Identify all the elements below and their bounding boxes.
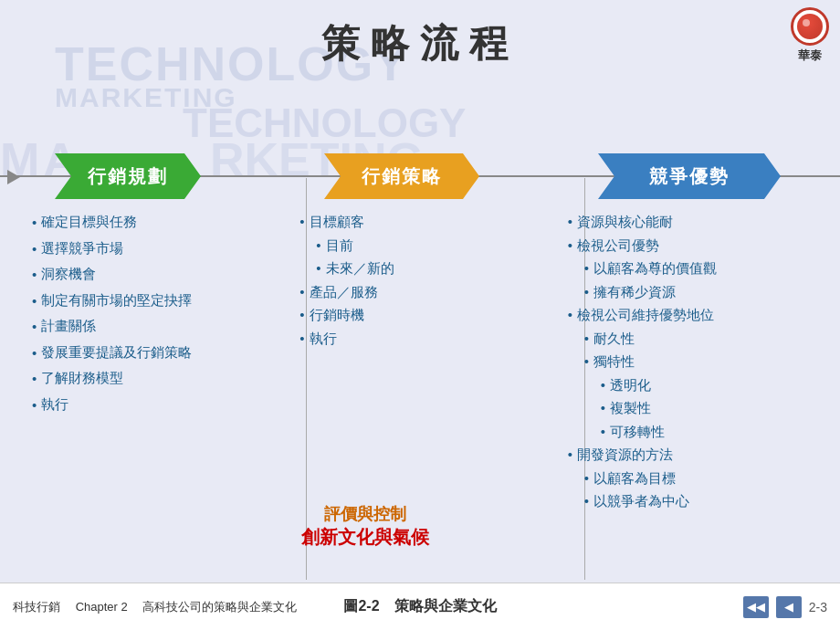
page-title: 策略流程 xyxy=(321,18,519,69)
bullet-icon: • xyxy=(32,341,37,365)
list-item: •計畫關係 xyxy=(32,314,272,339)
list-item-text: 行銷時機 xyxy=(310,307,364,322)
footer-chapter: Chapter 2 xyxy=(64,600,128,614)
bullet-icon: • xyxy=(32,367,37,391)
list-item: •了解財務模型 xyxy=(32,366,272,391)
bullet-icon: • xyxy=(299,284,304,299)
watermark-technology2: TECHNOLOGY xyxy=(183,100,466,146)
bullet-icon: • xyxy=(584,284,589,299)
logo-text: 華泰 xyxy=(798,47,822,64)
list-item-text: 以競爭者為中心 xyxy=(593,493,689,509)
bullet-icon: • xyxy=(32,394,37,417)
bullet-icon: • xyxy=(601,377,605,393)
bullet-icon: • xyxy=(584,470,589,486)
bullet-icon: • xyxy=(568,237,572,253)
bullet-icon: • xyxy=(601,400,605,415)
bullet-icon: • xyxy=(601,424,605,439)
bullet-icon: • xyxy=(568,307,572,322)
list-item: •執行 xyxy=(32,393,272,417)
list-item: •未來／新的 xyxy=(316,257,540,280)
bullet-icon: • xyxy=(316,260,320,276)
list-item-text: 資源與核心能耐 xyxy=(577,214,673,229)
bullet-icon: • xyxy=(299,307,304,322)
footer-figure: 圖2-2 策略與企業文化 xyxy=(343,597,496,616)
list-item-text: 獨特性 xyxy=(593,353,635,369)
arrow-icon xyxy=(7,170,20,184)
list-item: •目前 xyxy=(316,234,540,257)
nav-first-button[interactable]: ◀◀ xyxy=(743,596,769,618)
list-item: •目標顧客 xyxy=(299,210,540,234)
list-item: •選擇競爭市場 xyxy=(32,236,272,261)
banner-marketing-plan: 行銷規劃 xyxy=(55,153,201,199)
list-item-text: 檢視公司維持優勢地位 xyxy=(577,307,714,322)
innovation-label: 創新文化與氣候 xyxy=(301,525,429,550)
banner-right-label: 競爭優勢 xyxy=(649,164,730,189)
list-item-text: 未來／新的 xyxy=(326,260,394,276)
bullet-icon: • xyxy=(584,353,589,369)
list-item-text: 了解財務模型 xyxy=(41,366,123,390)
list-item: •執行 xyxy=(299,327,540,351)
list-item: •檢視公司維持優勢地位 xyxy=(568,303,808,327)
list-item-text: 產品／服務 xyxy=(310,284,378,299)
bullet-icon: • xyxy=(299,214,304,229)
content-area: •確定目標與任務•選擇競爭市場•洞察機會•制定有關市場的堅定抉擇•計畫關係•發展… xyxy=(0,205,840,580)
list-item-text: 選擇競爭市場 xyxy=(41,236,123,260)
list-item-text: 以顧客為尊的價值觀 xyxy=(593,260,717,276)
list-item-text: 發展重要提議及行銷策略 xyxy=(41,341,192,364)
banner-middle-label: 行銷策略 xyxy=(362,164,442,189)
footer-course: 科技行銷 xyxy=(13,600,60,614)
list-item-text: 洞察機會 xyxy=(41,262,96,286)
logo-circle xyxy=(791,7,829,46)
list-item: •檢視公司優勢 xyxy=(568,234,808,257)
footer-left: 科技行銷 Chapter 2 高科技公司的策略與企業文化 xyxy=(13,599,297,615)
list-item: •制定有關市場的堅定抉擇 xyxy=(32,289,272,313)
bullet-icon: • xyxy=(32,237,37,261)
bullet-icon: • xyxy=(316,237,320,253)
list-item-text: 計畫關係 xyxy=(41,314,96,338)
watermark-marketing1: MARKETING xyxy=(55,82,237,113)
list-item-text: 透明化 xyxy=(610,377,651,393)
list-item-text: 複製性 xyxy=(610,400,651,415)
list-item-text: 目前 xyxy=(326,237,353,253)
list-item-text: 確定目標與任務 xyxy=(41,210,137,234)
slide-number: 2-3 xyxy=(809,600,827,614)
bullet-icon: • xyxy=(568,446,572,462)
bullet-icon: • xyxy=(32,289,37,313)
col-left: •確定目標與任務•選擇競爭市場•洞察機會•制定有關市場的堅定抉擇•計畫關係•發展… xyxy=(18,205,286,580)
list-item: •確定目標與任務 xyxy=(32,210,272,235)
list-item-text: 可移轉性 xyxy=(610,424,665,439)
list-item: •洞察機會 xyxy=(32,262,272,287)
logo: 華泰 xyxy=(791,7,829,64)
list-item: •行銷時機 xyxy=(299,303,540,327)
list-item-text: 執行 xyxy=(310,331,337,346)
logo-icon xyxy=(797,14,823,39)
bullet-icon: • xyxy=(584,331,589,346)
bullet-icon: • xyxy=(568,214,572,229)
list-item: •可移轉性 xyxy=(601,420,808,444)
list-item: •資源與核心能耐 xyxy=(568,210,808,234)
list-item-text: 檢視公司優勢 xyxy=(577,237,659,253)
footer-subtitle: 高科技公司的策略與企業文化 xyxy=(131,600,297,614)
bullet-icon: • xyxy=(299,331,304,346)
banner-competitive: 競爭優勢 xyxy=(598,153,781,199)
list-item-text: 執行 xyxy=(41,393,68,416)
bullet-icon: • xyxy=(32,211,37,235)
list-item: •以競爭者為中心 xyxy=(584,489,808,513)
bullet-icon: • xyxy=(584,260,589,276)
eval-label: 評價與控制 xyxy=(324,503,406,525)
banner-left-label: 行銷規劃 xyxy=(88,164,168,189)
banner-marketing-strategy: 行銷策略 xyxy=(324,153,479,199)
list-item-text: 制定有關市場的堅定抉擇 xyxy=(41,289,192,312)
list-item-text: 以顧客為目標 xyxy=(593,470,676,486)
col-right: •資源與核心能耐•檢視公司優勢•以顧客為尊的價值觀•擁有稀少資源•檢視公司維持優… xyxy=(554,205,822,580)
footer-right: ◀◀ ◀ 2-3 xyxy=(743,596,827,618)
list-item-text: 耐久性 xyxy=(593,331,635,346)
footer: 科技行銷 Chapter 2 高科技公司的策略與企業文化 圖2-2 策略與企業文… xyxy=(0,583,840,630)
list-item: •以顧客為尊的價值觀 xyxy=(584,257,808,280)
list-item: •以顧客為目標 xyxy=(584,467,808,490)
list-item: •產品／服務 xyxy=(299,280,540,304)
list-item: •獨特性 xyxy=(584,350,808,373)
list-item-text: 目標顧客 xyxy=(310,214,364,229)
nav-prev-button[interactable]: ◀ xyxy=(776,596,802,618)
list-item: •擁有稀少資源 xyxy=(584,280,808,304)
